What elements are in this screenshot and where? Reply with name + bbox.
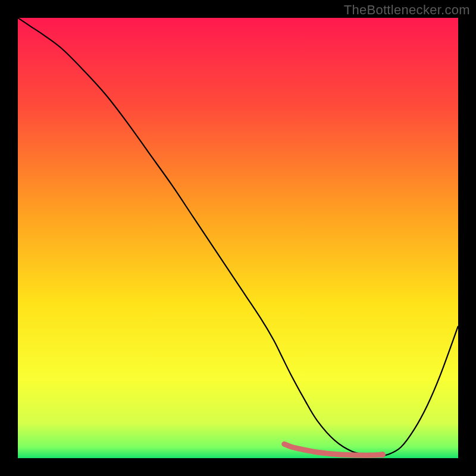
plot-area [18,18,458,458]
attribution-text: TheBottlenecker.com [344,2,470,18]
chart-frame: TheBottlenecker.com [0,0,476,476]
optimal-marker-dot [380,452,386,458]
bottleneck-chart [18,18,458,458]
gradient-background [18,18,458,458]
